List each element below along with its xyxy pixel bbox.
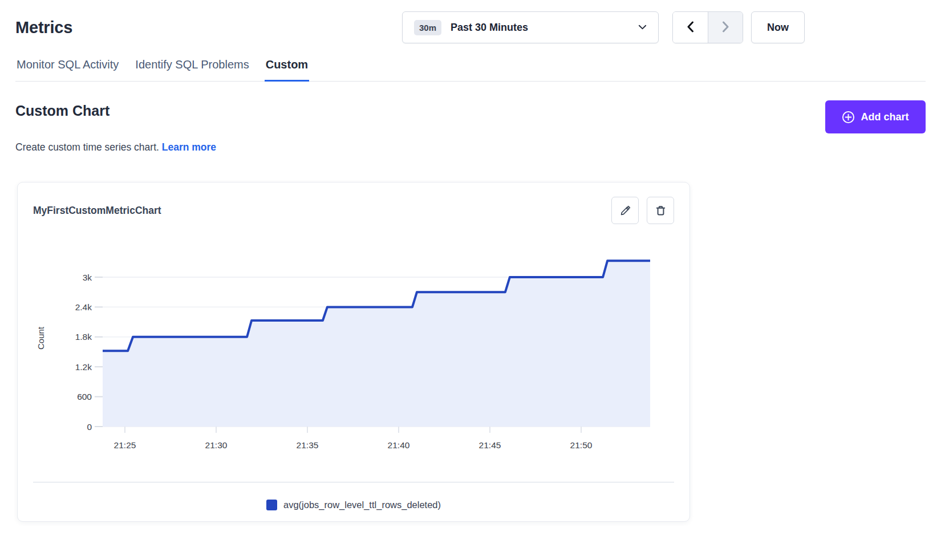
svg-text:21:40: 21:40 [388, 440, 410, 450]
chevron-left-icon [687, 21, 694, 34]
legend-swatch [266, 500, 277, 510]
chevron-right-icon [722, 21, 729, 34]
description-text: Create custom time series chart. [15, 141, 159, 153]
svg-text:600: 600 [77, 392, 92, 401]
time-step-buttons [672, 11, 743, 43]
tab-custom[interactable]: Custom [265, 52, 309, 82]
svg-text:2.4k: 2.4k [75, 302, 92, 312]
svg-text:21:25: 21:25 [114, 440, 136, 450]
add-chart-button[interactable]: Add chart [825, 100, 926, 133]
time-range-label: Past 30 Minutes [451, 22, 528, 34]
time-range-selector[interactable]: 30m Past 30 Minutes [402, 11, 659, 43]
time-prev-button[interactable] [673, 12, 708, 43]
time-next-button[interactable] [708, 12, 743, 43]
chevron-down-icon [638, 25, 647, 30]
time-controls: 30m Past 30 Minutes Now [402, 11, 805, 43]
tab-monitor-sql-activity[interactable]: Monitor SQL Activity [15, 52, 120, 82]
section-head: Custom Chart Add chart [15, 100, 926, 133]
svg-text:21:30: 21:30 [205, 440, 228, 450]
page-header: Metrics 30m Past 30 Minutes Now [0, 0, 941, 44]
legend-label: avg(jobs_row_level_ttl_rows_deleted) [283, 500, 441, 510]
svg-text:21:45: 21:45 [479, 440, 501, 450]
svg-text:Count: Count [36, 326, 46, 350]
card-divider [33, 482, 674, 482]
plus-circle-icon [842, 111, 855, 124]
svg-text:21:35: 21:35 [297, 440, 319, 450]
tab-identify-sql-problems[interactable]: Identify SQL Problems [134, 52, 250, 82]
chart-legend: avg(jobs_row_level_ttl_rows_deleted) [18, 496, 689, 513]
now-button[interactable]: Now [751, 11, 805, 43]
svg-text:1.8k: 1.8k [75, 332, 92, 342]
svg-text:21:50: 21:50 [570, 440, 593, 450]
svg-text:1.2k: 1.2k [75, 362, 92, 372]
svg-text:0: 0 [87, 422, 92, 432]
learn-more-link[interactable]: Learn more [162, 141, 216, 153]
time-range-badge: 30m [414, 20, 441, 35]
section-title: Custom Chart [15, 103, 109, 119]
add-chart-label: Add chart [861, 111, 908, 123]
chart-card: MyFirstCustomMetricChart [17, 182, 690, 522]
section-description: Create custom time series chart. Learn m… [15, 141, 926, 153]
page-title: Metrics [15, 18, 72, 37]
metric-chart: 21:2521:3021:3521:4021:4521:5006001.2k1.… [18, 182, 691, 482]
tab-bar: Monitor SQL Activity Identify SQL Proble… [15, 52, 926, 82]
svg-text:3k: 3k [83, 273, 92, 282]
